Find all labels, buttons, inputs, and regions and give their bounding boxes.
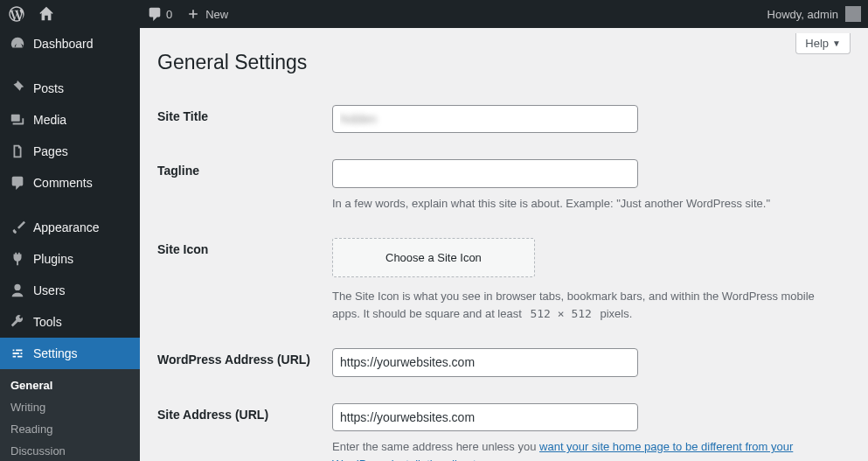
tagline-input[interactable] xyxy=(332,159,638,187)
new-content[interactable]: New xyxy=(179,0,235,28)
submenu-reading[interactable]: Reading xyxy=(0,418,140,440)
wrench-icon xyxy=(9,313,26,331)
howdy-label: Howdy, admin xyxy=(767,8,838,21)
dashboard-icon xyxy=(9,35,26,52)
media-icon xyxy=(9,111,26,129)
comments-icon[interactable]: 0 xyxy=(140,0,179,28)
admin-menu: Dashboard Posts Media Pages Comments App… xyxy=(0,28,140,461)
admin-bar: 0 New Howdy, admin xyxy=(0,0,868,28)
pin-icon xyxy=(9,80,26,97)
chevron-down-icon: ▼ xyxy=(832,38,841,48)
site-url-label: Site Address (URL) xyxy=(157,390,332,461)
site-title-label: Site Title xyxy=(157,92,332,146)
comments-menu-icon xyxy=(9,174,26,192)
page-title: General Settings xyxy=(157,28,851,81)
plugin-icon xyxy=(9,250,26,268)
submenu-writing[interactable]: Writing xyxy=(0,396,140,418)
wp-url-label: WordPress Address (URL) xyxy=(157,335,332,389)
tagline-description: In a few words, explain what this site i… xyxy=(332,195,842,213)
menu-tools[interactable]: Tools xyxy=(0,306,140,338)
site-title-input[interactable] xyxy=(332,105,638,133)
choose-site-icon-button[interactable]: Choose a Site Icon xyxy=(332,238,535,277)
help-label: Help xyxy=(805,37,829,50)
brush-icon xyxy=(9,219,26,236)
wp-url-input[interactable] xyxy=(332,348,638,376)
menu-pages-label: Pages xyxy=(33,144,68,158)
wp-logo-icon[interactable] xyxy=(0,0,31,28)
site-icon-description: The Site Icon is what you see in browser… xyxy=(332,288,842,322)
menu-plugins[interactable]: Plugins xyxy=(0,243,140,275)
menu-posts[interactable]: Posts xyxy=(0,73,140,104)
new-label: New xyxy=(205,8,228,21)
settings-submenu: General Writing Reading Discussion xyxy=(0,369,140,461)
submenu-discussion[interactable]: Discussion xyxy=(0,440,140,461)
user-icon xyxy=(9,282,26,299)
comments-count: 0 xyxy=(166,8,172,21)
menu-pages[interactable]: Pages xyxy=(0,136,140,167)
settings-form: Site Title Tagline In a few words, expla… xyxy=(157,92,851,461)
site-url-input[interactable] xyxy=(332,403,638,431)
sliders-icon xyxy=(9,345,26,362)
menu-settings[interactable]: Settings xyxy=(0,338,140,369)
menu-comments[interactable]: Comments xyxy=(0,167,140,199)
pages-icon xyxy=(9,143,26,160)
avatar-icon xyxy=(845,6,861,22)
menu-appearance-label: Appearance xyxy=(33,220,100,234)
size-code: 512 × 512 xyxy=(524,305,596,322)
menu-appearance[interactable]: Appearance xyxy=(0,212,140,243)
help-button[interactable]: Help ▼ xyxy=(795,33,851,54)
menu-plugins-label: Plugins xyxy=(33,252,73,266)
menu-media[interactable]: Media xyxy=(0,104,140,136)
menu-posts-label: Posts xyxy=(33,81,64,95)
menu-settings-label: Settings xyxy=(33,346,78,360)
home-icon[interactable] xyxy=(31,0,61,28)
menu-dashboard-label: Dashboard xyxy=(33,37,94,51)
content-body: Help ▼ General Settings Site Title Tagli… xyxy=(140,28,868,461)
menu-dashboard[interactable]: Dashboard xyxy=(0,28,140,59)
howdy-account[interactable]: Howdy, admin xyxy=(760,0,868,28)
menu-users[interactable]: Users xyxy=(0,275,140,306)
site-url-description: Enter the same address here unless you w… xyxy=(332,438,842,461)
menu-media-label: Media xyxy=(33,113,66,127)
menu-users-label: Users xyxy=(33,283,66,297)
site-icon-label: Site Icon xyxy=(157,225,332,335)
menu-comments-label: Comments xyxy=(33,176,93,190)
menu-tools-label: Tools xyxy=(33,315,62,329)
submenu-general[interactable]: General xyxy=(0,374,140,396)
tagline-label: Tagline xyxy=(157,146,332,225)
